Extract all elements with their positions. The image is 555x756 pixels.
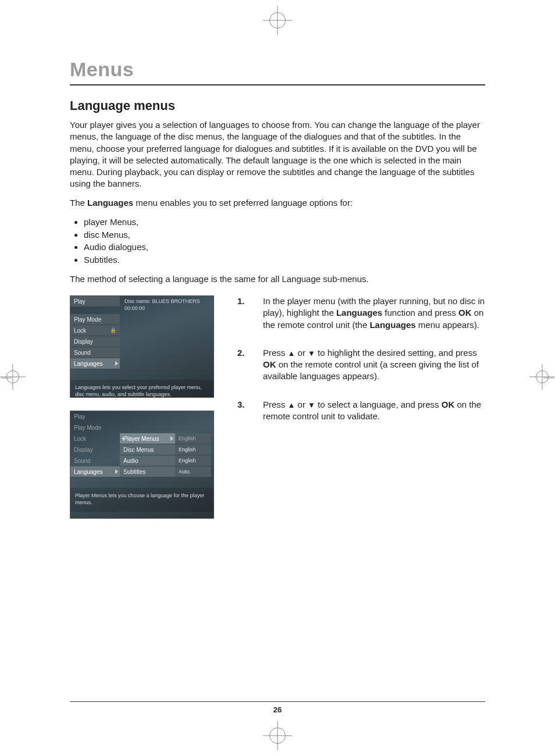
submenu-subtitles-value: Auto. — [175, 466, 211, 477]
menu-item-play-mode: Play Mode — [70, 314, 120, 325]
lock-icon: 🔒 — [110, 325, 116, 336]
menu-item-lock: Lock🔒 — [70, 325, 120, 336]
step-number: 1. — [237, 295, 252, 331]
down-arrow-icon: ▼ — [308, 401, 315, 409]
screenshot-caption: Player Menus lets you choose a language … — [70, 488, 214, 512]
bullet-item: player Menus, — [84, 216, 485, 229]
step-number: 3. — [237, 399, 252, 423]
step-3: 3. Press ▲ or ▼ to select a language, an… — [237, 399, 485, 423]
registration-mark-right-icon — [531, 370, 554, 386]
method-line: The method of selecting a language is th… — [70, 273, 485, 285]
languages-bullet-list: player Menus, disc Menus, Audio dialogue… — [84, 216, 485, 266]
disc-name-label: Disc name: BLUES BROTHERS — [124, 298, 209, 305]
page-number: 26 — [273, 705, 282, 714]
screenshot-caption: Languages lets you select your preferred… — [70, 380, 214, 398]
screenshot-player-menus-submenu: Play Play Mode Lock Player Menus English… — [70, 411, 214, 519]
page-footer: 26 — [70, 701, 485, 714]
submenu-subtitles: Subtitles — [120, 466, 175, 477]
bullet-item: Subtitles. — [84, 254, 485, 266]
menu-item-play: Play — [70, 411, 120, 422]
instruction-steps: 1. In the player menu (with the player r… — [237, 295, 485, 422]
submenu-player-menus: Player Menus — [120, 433, 175, 444]
submenu-disc-menus-value: English — [175, 444, 211, 455]
menu-item-play-mode: Play Mode — [70, 422, 120, 433]
step-text: Press ▲ or ▼ to select a language, and p… — [263, 399, 485, 423]
menu-item-sound: Sound — [70, 347, 120, 358]
bullet-item: Audio dialogues, — [84, 241, 485, 254]
disc-info: Disc name: BLUES BROTHERS 00:00:00 — [120, 296, 214, 314]
menu-item-languages: Languages — [70, 466, 120, 477]
registration-mark-left-icon — [1, 370, 24, 386]
menu-item-sound: Sound — [70, 455, 120, 466]
page-title: Menus — [70, 58, 485, 81]
registration-mark-bottom-icon — [269, 728, 286, 744]
step-2: 2. Press ▲ or ▼ to highlight the desired… — [237, 347, 485, 383]
title-rule — [70, 84, 485, 85]
lead-pre: The — [70, 198, 87, 208]
intro-paragraph: Your player gives you a selection of lan… — [70, 119, 485, 190]
lead-post: menu enables you to set preferred langua… — [133, 198, 353, 208]
submenu-audio: Audio — [120, 455, 175, 466]
registration-mark-top-icon — [269, 12, 286, 28]
menu-item-lock: Lock — [70, 433, 120, 444]
step-1: 1. In the player menu (with the player r… — [237, 295, 485, 331]
section-heading: Language menus — [70, 98, 485, 113]
up-arrow-icon: ▲ — [288, 350, 296, 357]
menu-item-display: Display — [70, 444, 120, 455]
step-text: In the player menu (with the player runn… — [263, 295, 485, 331]
up-arrow-icon: ▲ — [288, 401, 296, 409]
menu-item-display: Display — [70, 336, 120, 347]
lead-line: The Languages menu enables you to set pr… — [70, 197, 485, 209]
step-number: 2. — [237, 347, 252, 383]
submenu-player-menus-value: English — [175, 433, 211, 444]
lead-bold: Languages — [87, 198, 133, 208]
down-arrow-icon: ▼ — [308, 350, 315, 357]
submenu-disc-menus: Disc Menus — [120, 444, 175, 455]
bullet-item: disc Menus, — [84, 229, 485, 241]
menu-item-languages: Languages — [70, 358, 120, 369]
menu-item-play: Play — [70, 296, 120, 307]
screenshot-languages-menu: Play Disc name: BLUES BROTHERS 00:00:00 … — [70, 295, 214, 398]
submenu-audio-value: English — [175, 455, 211, 466]
step-text: Press ▲ or ▼ to highlight the desired se… — [263, 347, 485, 383]
disc-time-label: 00:00:00 — [124, 305, 209, 312]
